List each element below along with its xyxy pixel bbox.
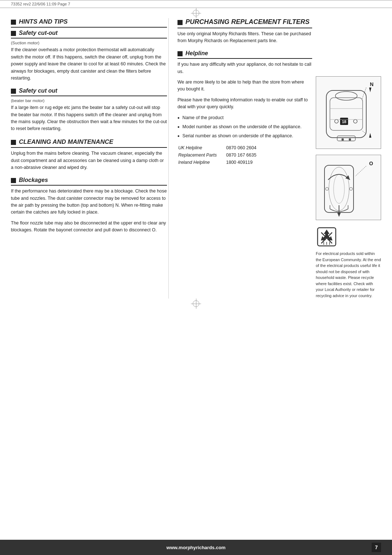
blockages-body1: If the performance has deteriorated ther… <box>11 188 167 216</box>
safety-cutout2-body: If a large item or rug edge etc jams the… <box>11 104 167 133</box>
recycle-section: For electrical products sold within the … <box>316 226 381 299</box>
safety-cutout-body: If the cleaner overheats a motor protect… <box>11 46 167 82</box>
svg-rect-13 <box>337 136 355 141</box>
svg-rect-14 <box>342 138 344 141</box>
blockages-header: Blockages <box>11 177 167 183</box>
contact-label-1: UK Helpline <box>178 145 225 151</box>
safety-cutout2-header: Safety cut out <box>11 88 167 94</box>
svg-line-21 <box>355 166 366 176</box>
svg-point-17 <box>329 167 349 211</box>
cleaning-title: CLEANING AND MAINTENANCE <box>19 138 113 146</box>
helpline-body2: We are more likely to be able to help th… <box>177 79 312 93</box>
diagram-n-svg: N 18 <box>319 80 375 147</box>
svg-point-22 <box>326 187 328 190</box>
hints-tips-header: HINTS AND TIPS <box>11 18 167 25</box>
crop-mark-bottom <box>0 299 392 309</box>
helpline-title: Helpline <box>185 50 208 57</box>
cleaning-section: CLEANING AND MAINTENANCE Unplug from the… <box>11 138 167 171</box>
svg-marker-20 <box>337 212 341 217</box>
bullet-text-2: Model number as shown on the underside o… <box>183 123 302 130</box>
svg-marker-0 <box>369 88 371 92</box>
contact-number-1: 0870 060 2604 <box>226 145 258 151</box>
helpline-section: Helpline If you have any difficulty with… <box>177 50 312 166</box>
safety-cutout2-divider <box>11 96 167 96</box>
safety-cutout-header: Safety cut-out <box>11 30 167 36</box>
svg-text:18: 18 <box>342 119 346 124</box>
purchasing-body: Use only original Morphy Richards filter… <box>177 31 312 45</box>
contact-label-3: Ireland Helpline <box>178 159 225 166</box>
n-label-text: N <box>370 81 373 87</box>
black-square-icon-7 <box>177 51 183 56</box>
contact-row-3: Ireland Helpline 1800 409119 <box>178 159 258 166</box>
svg-point-4 <box>335 92 357 100</box>
safety-cutout-subtitle: (Suction motor) <box>11 41 167 45</box>
bullet-item-3: • Serial number as shown on underside of… <box>177 133 312 139</box>
contact-row-1: UK Helpline 0870 060 2604 <box>178 145 258 151</box>
black-square-icon-5 <box>11 178 16 183</box>
footer-url: www.morphyrichards.com <box>167 545 226 550</box>
registration-mark-bottom <box>193 300 199 307</box>
svg-marker-1 <box>369 133 371 138</box>
svg-point-18 <box>334 174 344 203</box>
black-square-icon-4 <box>11 140 16 145</box>
svg-point-23 <box>350 187 352 190</box>
bullet-dot-1: • <box>177 114 180 121</box>
diagram-o-svg: O <box>319 158 375 220</box>
cleaning-header: CLEANING AND MAINTENANCE <box>11 138 167 146</box>
helpline-header: Helpline <box>177 50 312 57</box>
header-divider <box>11 27 167 28</box>
contact-number-2: 0870 167 6635 <box>226 152 258 158</box>
right-column: Purchasing replacement filters Use only … <box>177 18 312 299</box>
diagram-n-box: N 18 <box>316 76 381 149</box>
right-area: Purchasing replacement filters Use only … <box>170 18 381 299</box>
svg-point-10 <box>354 119 357 123</box>
svg-rect-15 <box>349 138 351 141</box>
helpline-body1: If you have any difficulty with your app… <box>177 61 312 75</box>
bullet-item-1: • Name of the product <box>177 114 312 121</box>
blockages-divider <box>11 185 167 186</box>
footer-bar: www.morphyrichards.com 7 <box>0 540 392 555</box>
contact-row-2: Replacement Parts 0870 167 6635 <box>178 152 258 158</box>
left-column: HINTS AND TIPS Safety cut-out (Suction m… <box>11 18 167 299</box>
contact-number-3: 1800 409119 <box>226 159 258 166</box>
diagram-o-box: O <box>316 155 381 220</box>
blockages-body2: The floor nozzle tube may also be discon… <box>11 220 167 234</box>
cleaning-divider <box>11 147 167 148</box>
safety-cutout2-section: Safety cut out (beater bar motor) If a l… <box>11 88 167 133</box>
contact-label-2: Replacement Parts <box>178 152 225 158</box>
o-label-text: O <box>369 161 373 166</box>
bullet-text-3: Serial number as shown on underside of t… <box>183 133 293 139</box>
safety-cutout-divider <box>11 38 167 39</box>
svg-line-6 <box>362 130 366 134</box>
recycle-icon <box>316 226 338 248</box>
hints-tips-title: HINTS AND TIPS <box>19 18 68 25</box>
footer-page-number: 7 <box>372 543 381 552</box>
purchasing-header: Purchasing replacement filters <box>177 18 312 26</box>
doc-ref: 73352 rev2 22/6/06 11:09 Page 7 <box>11 2 70 6</box>
bullet-dot-3: • <box>177 133 180 139</box>
safety-cutout2-title: Safety cut out <box>19 88 57 94</box>
black-square-icon <box>11 20 16 25</box>
cleaning-body: Unplug from the mains before cleaning. T… <box>11 150 167 171</box>
column-divider <box>168 18 169 299</box>
safety-cutout2-subtitle: (beater bar motor) <box>11 98 167 103</box>
contact-table: UK Helpline 0870 060 2604 Replacement Pa… <box>177 144 259 166</box>
bullet-item-2: • Model number as shown on the underside… <box>177 123 312 130</box>
svg-rect-3 <box>330 98 363 130</box>
svg-point-9 <box>335 119 338 123</box>
purchasing-title: Purchasing replacement filters <box>185 18 310 26</box>
purchasing-divider <box>177 28 312 28</box>
safety-cutout-section: Safety cut-out (Suction motor) If the cl… <box>11 30 167 82</box>
black-square-icon-3 <box>11 89 16 94</box>
crop-mark-top <box>0 8 392 18</box>
bullet-text-1: Name of the product <box>183 114 224 121</box>
helpline-body3: Please have the following information re… <box>177 97 312 111</box>
registration-mark <box>193 10 199 16</box>
diagrams-column: N 18 <box>316 18 381 299</box>
black-square-icon-6 <box>177 20 183 25</box>
purchasing-section: Purchasing replacement filters Use only … <box>177 18 312 44</box>
helpline-divider <box>177 58 312 59</box>
helpline-bullet-list: • Name of the product • Model number as … <box>177 114 312 140</box>
recycle-note-text: For electrical products sold within the … <box>316 251 381 299</box>
black-square-icon-2 <box>11 31 16 36</box>
